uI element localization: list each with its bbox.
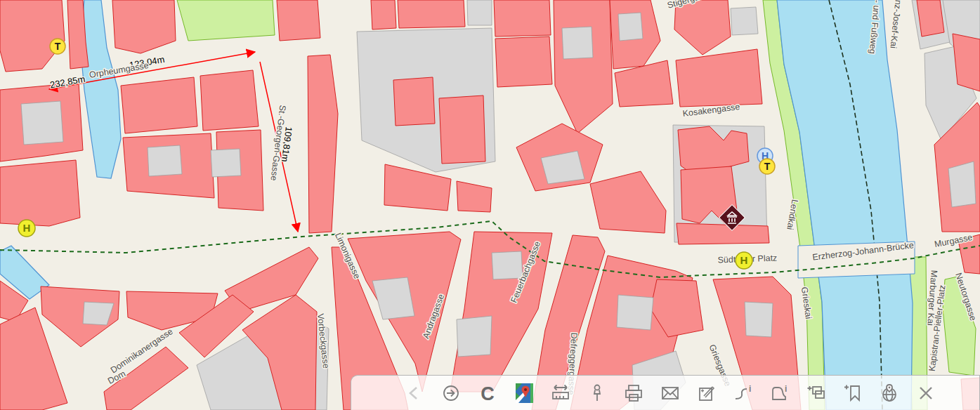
bus-stop-marker[interactable]: H bbox=[18, 220, 35, 237]
add-layer-icon bbox=[806, 383, 827, 404]
pin-icon bbox=[587, 383, 608, 404]
back-chevron-icon bbox=[404, 383, 425, 404]
close-icon bbox=[915, 383, 936, 404]
svg-text:i: i bbox=[749, 384, 751, 394]
map-canvas[interactable]: 232,85m 123,04m 109,81m Orpheumgasse St.… bbox=[0, 0, 980, 410]
google-maps-button[interactable] bbox=[511, 381, 537, 406]
edit-redlining-button[interactable] bbox=[694, 381, 719, 406]
svg-text:T: T bbox=[55, 41, 61, 52]
google-maps-icon bbox=[514, 383, 535, 404]
measure-button[interactable] bbox=[548, 381, 573, 406]
svg-text:i: i bbox=[785, 384, 787, 394]
back-button[interactable] bbox=[402, 381, 427, 406]
map-application: 232,85m 123,04m 109,81m Orpheumgasse St.… bbox=[0, 0, 980, 410]
geolocation-button[interactable] bbox=[877, 381, 902, 406]
identify-polygon-button[interactable]: i bbox=[767, 381, 792, 406]
refresh-button[interactable]: C bbox=[475, 381, 500, 406]
open-link-button[interactable] bbox=[438, 381, 464, 406]
email-button[interactable] bbox=[658, 381, 683, 406]
bottom-toolbar: C bbox=[351, 375, 980, 410]
svg-text:T: T bbox=[764, 161, 771, 172]
measure-ruler-icon bbox=[550, 383, 571, 404]
geolocation-globe-icon bbox=[879, 383, 900, 404]
add-bookmark-icon bbox=[842, 383, 863, 404]
pin-button[interactable] bbox=[584, 381, 610, 406]
edit-redlining-icon bbox=[696, 383, 717, 404]
open-link-circle-icon bbox=[440, 383, 462, 404]
print-icon bbox=[623, 383, 644, 404]
svg-text:H: H bbox=[23, 222, 31, 234]
email-icon bbox=[660, 383, 681, 404]
tram-stop-marker[interactable]: T bbox=[50, 39, 65, 54]
bus-stop-marker[interactable]: H bbox=[736, 252, 752, 269]
add-bookmark-button[interactable] bbox=[840, 381, 865, 406]
identify-polygon-icon: i bbox=[769, 383, 790, 404]
svg-text:C: C bbox=[481, 383, 495, 404]
identify-line-button[interactable]: i bbox=[731, 381, 756, 406]
add-layer-button[interactable] bbox=[804, 381, 829, 406]
refresh-icon: C bbox=[477, 383, 498, 404]
tram-stop-marker[interactable]: T bbox=[759, 159, 775, 174]
close-button[interactable] bbox=[913, 381, 939, 406]
svg-text:H: H bbox=[740, 254, 748, 266]
print-button[interactable] bbox=[621, 381, 646, 406]
identify-line-icon: i bbox=[733, 383, 754, 404]
